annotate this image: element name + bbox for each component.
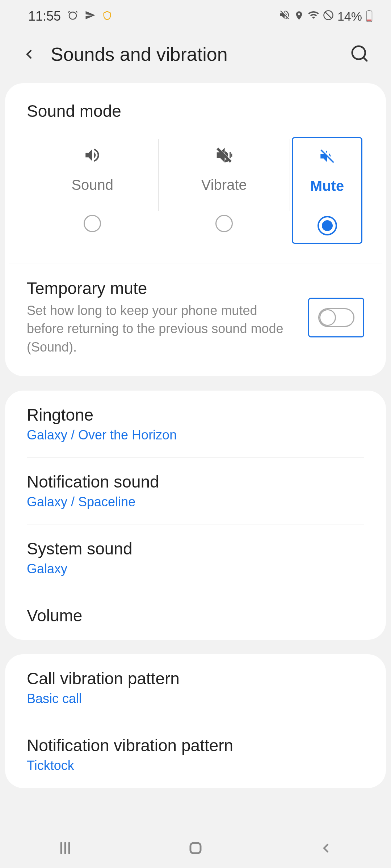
- wifi-icon: [308, 9, 319, 24]
- temporary-mute-row[interactable]: Temporary mute Set how long to keep your…: [5, 264, 386, 376]
- svg-line-7: [363, 57, 367, 61]
- mode-label-mute: Mute: [310, 178, 344, 194]
- notification-vibration-item[interactable]: Notification vibration pattern Ticktock: [5, 721, 386, 788]
- list-sub: Galaxy / Over the Horizon: [27, 427, 364, 443]
- battery-percent: 14%: [337, 9, 362, 24]
- no-data-icon: [323, 9, 334, 24]
- list-title: Ringtone: [27, 405, 364, 425]
- temp-mute-title: Temporary mute: [27, 278, 294, 298]
- list-title: Volume: [27, 606, 364, 625]
- temp-mute-toggle[interactable]: [308, 298, 364, 337]
- battery-icon: [366, 10, 373, 23]
- sound-mode-sound[interactable]: Sound: [27, 139, 158, 242]
- navigation-bar: [0, 828, 391, 868]
- sound-mode-vibrate[interactable]: Vibrate: [159, 139, 290, 242]
- mute-icon: [318, 145, 336, 167]
- list-sub: Basic call: [27, 691, 364, 706]
- page-title: Sounds and vibration: [51, 43, 335, 65]
- page-header: Sounds and vibration: [0, 33, 391, 83]
- vibration-card: Call vibration pattern Basic call Notifi…: [5, 654, 386, 788]
- status-time: 11:55: [28, 9, 61, 24]
- home-button[interactable]: [159, 839, 232, 857]
- svg-rect-11: [190, 843, 201, 853]
- mode-label-vibrate: Vibrate: [201, 177, 247, 193]
- list-sub: Ticktock: [27, 758, 364, 773]
- shield-icon: [102, 9, 112, 24]
- list-title: Notification vibration pattern: [27, 736, 364, 755]
- list-sub: Galaxy / Spaceline: [27, 494, 364, 510]
- system-sound-item[interactable]: System sound Galaxy: [5, 524, 386, 591]
- list-title: Call vibration pattern: [27, 669, 364, 688]
- temp-mute-desc: Set how long to keep your phone muted be…: [27, 302, 294, 356]
- sounds-card: Ringtone Galaxy / Over the Horizon Notif…: [5, 391, 386, 640]
- list-title: System sound: [27, 539, 364, 558]
- mode-label-sound: Sound: [71, 177, 113, 193]
- sound-mode-label: Sound mode: [27, 101, 364, 121]
- status-bar: 11:55 14%: [0, 0, 391, 33]
- call-vibration-item[interactable]: Call vibration pattern Basic call: [5, 654, 386, 721]
- speaker-icon: [81, 144, 103, 166]
- svg-point-0: [69, 12, 76, 19]
- svg-rect-4: [368, 10, 370, 11]
- radio-mute: [318, 216, 337, 235]
- notification-sound-item[interactable]: Notification sound Galaxy / Spaceline: [5, 458, 386, 524]
- send-icon: [85, 9, 96, 24]
- radio-sound: [84, 215, 101, 232]
- list-title: Notification sound: [27, 472, 364, 492]
- back-button[interactable]: [22, 45, 36, 63]
- recents-button[interactable]: [29, 840, 101, 856]
- radio-vibrate: [215, 215, 233, 232]
- vibrate-icon: [214, 144, 234, 166]
- location-icon: [294, 9, 304, 24]
- search-button[interactable]: [350, 44, 369, 65]
- mute-status-icon: [279, 9, 290, 24]
- sound-mode-card: Sound mode Sound Vibrate: [5, 83, 386, 376]
- alarm-icon: [67, 9, 78, 24]
- svg-rect-5: [367, 20, 371, 21]
- list-sub: Galaxy: [27, 561, 364, 576]
- svg-line-2: [325, 12, 332, 18]
- ringtone-item[interactable]: Ringtone Galaxy / Over the Horizon: [5, 391, 386, 457]
- volume-item[interactable]: Volume: [5, 591, 386, 640]
- back-nav-button[interactable]: [290, 841, 362, 855]
- sound-mode-mute[interactable]: Mute: [292, 137, 362, 244]
